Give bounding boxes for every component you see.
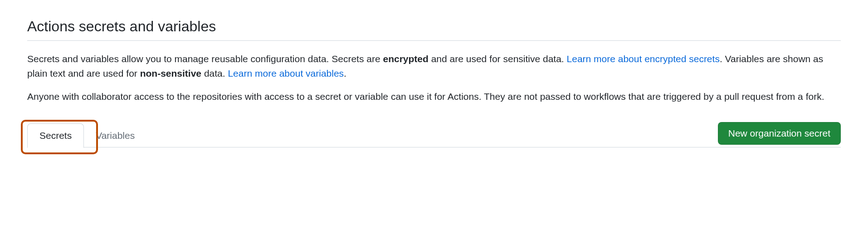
desc-text: Secrets and variables allow you to manag… — [27, 54, 383, 64]
description-paragraph-2: Anyone with collaborator access to the r… — [27, 89, 841, 104]
description-paragraph-1: Secrets and variables allow you to manag… — [27, 52, 841, 80]
learn-more-secrets-link[interactable]: Learn more about encrypted secrets — [567, 54, 720, 64]
page-title: Actions secrets and variables — [27, 18, 841, 41]
tab-underline — [27, 147, 841, 147]
new-organization-secret-button[interactable]: New organization secret — [718, 122, 841, 145]
desc-bold-encrypted: encrypted — [383, 54, 428, 64]
desc-bold-nonsensitive: non-sensitive — [140, 68, 201, 78]
desc-text: . — [344, 68, 346, 78]
tab-secrets[interactable]: Secrets — [27, 123, 84, 148]
tab-row: Secrets Variables New organization secre… — [27, 122, 841, 147]
desc-text: data. — [201, 68, 228, 78]
tab-variables[interactable]: Variables — [84, 124, 146, 147]
tabs-container: Secrets Variables — [27, 123, 146, 147]
learn-more-variables-link[interactable]: Learn more about variables — [228, 68, 344, 78]
desc-text: and are used for sensitive data. — [429, 54, 567, 64]
